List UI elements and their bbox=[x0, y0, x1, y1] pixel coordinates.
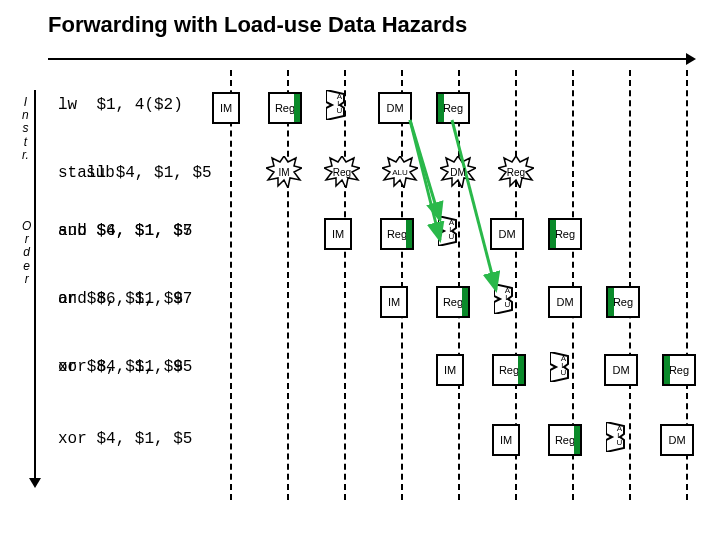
cycle-line bbox=[287, 70, 289, 500]
stage-reg: Reg bbox=[268, 92, 302, 124]
stage-im-burst: IM bbox=[266, 156, 302, 188]
stage-dm: DM bbox=[548, 286, 582, 318]
stage-reg: Reg bbox=[548, 424, 582, 456]
cycle-line bbox=[458, 70, 460, 500]
stage-dm: DM bbox=[660, 424, 694, 456]
instr-stall: stall $4, $1, $5 sub bbox=[58, 164, 212, 182]
stage-reg: Reg bbox=[606, 286, 640, 318]
stage-dm: DM bbox=[490, 218, 524, 250]
instr-or-overlay: or $8, $1, $9 bbox=[58, 290, 183, 308]
vlabel-instr: Instr. bbox=[22, 96, 29, 162]
cycle-line bbox=[230, 70, 232, 500]
stage-reg: Reg bbox=[436, 92, 470, 124]
cycle-line bbox=[344, 70, 346, 500]
cycle-line bbox=[401, 70, 403, 500]
stage-im: IM bbox=[436, 354, 464, 386]
stage-dm-burst: DM bbox=[440, 156, 476, 188]
page-title: Forwarding with Load-use Data Hazards bbox=[48, 12, 467, 38]
forwarding-arrows bbox=[0, 0, 720, 540]
instr-or: or $8, $1, $9 xor $4, $1, $5 bbox=[58, 358, 183, 376]
stage-reg: Reg bbox=[492, 354, 526, 386]
instr-and-overlay: and $6, $1, $7 bbox=[58, 222, 192, 240]
vlabel-order: Order bbox=[22, 220, 31, 286]
stage-alu: ALU bbox=[494, 284, 520, 314]
stage-dm: DM bbox=[378, 92, 412, 124]
stage-dm: DM bbox=[604, 354, 638, 386]
stage-alu: ALU bbox=[326, 90, 352, 120]
instr-and: and $6, $1, $7 or $8, $1, $9 bbox=[58, 290, 192, 308]
stage-reg: Reg bbox=[380, 218, 414, 250]
stage-reg: Reg bbox=[436, 286, 470, 318]
stage-alu: ALU bbox=[550, 352, 576, 382]
order-arrow bbox=[34, 90, 36, 480]
time-arrow bbox=[48, 58, 688, 60]
stage-reg: Reg bbox=[548, 218, 582, 250]
stage-alu: ALU bbox=[606, 422, 632, 452]
stage-reg-burst: Reg bbox=[498, 156, 534, 188]
instr-xor: xor $4, $1, $5 bbox=[58, 430, 192, 448]
stage-im: IM bbox=[324, 218, 352, 250]
stage-reg-burst: Reg bbox=[324, 156, 360, 188]
stage-alu: ALU bbox=[438, 216, 464, 246]
stage-reg: Reg bbox=[662, 354, 696, 386]
stage-im: IM bbox=[380, 286, 408, 318]
instr-lw: lw $1, 4($2) bbox=[58, 96, 183, 114]
instr-xor-overlay: xor $4, $1, $5 bbox=[58, 358, 192, 376]
stage-im: IM bbox=[212, 92, 240, 124]
instr-sub: sub $4, $1, $5 and $6, $1, $7 bbox=[58, 222, 192, 240]
stage-alu-burst: ALU bbox=[382, 156, 418, 188]
stage-im: IM bbox=[492, 424, 520, 456]
